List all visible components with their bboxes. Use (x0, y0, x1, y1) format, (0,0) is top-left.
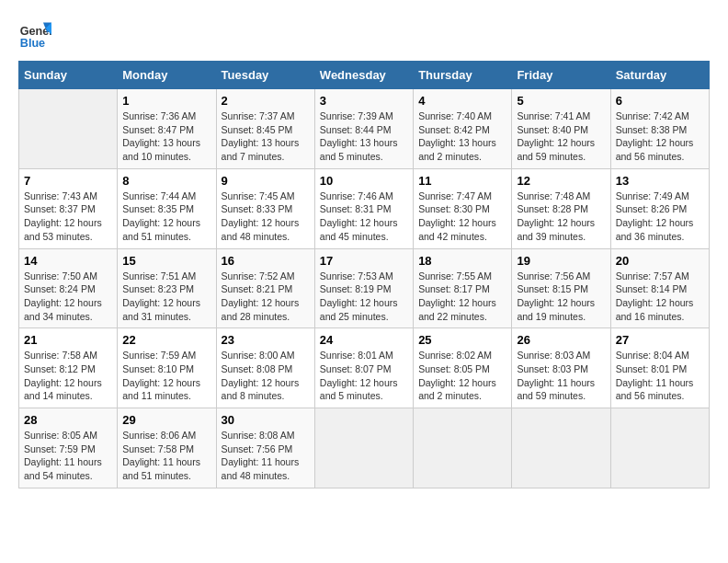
calendar-cell: 29Sunrise: 8:06 AM Sunset: 7:58 PM Dayli… (118, 408, 216, 488)
header-day-sunday: Sunday (19, 62, 118, 89)
day-info: Sunrise: 8:01 AM Sunset: 8:07 PM Dayligh… (320, 349, 408, 403)
day-info: Sunrise: 8:06 AM Sunset: 7:58 PM Dayligh… (122, 429, 210, 483)
calendar-cell: 21Sunrise: 7:58 AM Sunset: 8:12 PM Dayli… (19, 328, 118, 408)
day-number: 25 (418, 333, 506, 347)
day-number: 2 (222, 94, 310, 108)
day-number: 12 (517, 174, 605, 188)
calendar-cell (610, 408, 709, 488)
calendar-cell: 20Sunrise: 7:57 AM Sunset: 8:14 PM Dayli… (610, 248, 709, 328)
calendar-cell: 28Sunrise: 8:05 AM Sunset: 7:59 PM Dayli… (19, 408, 118, 488)
header-day-monday: Monday (118, 62, 216, 89)
day-number: 3 (320, 94, 408, 108)
day-info: Sunrise: 7:37 AM Sunset: 8:45 PM Dayligh… (222, 109, 310, 164)
calendar-cell: 23Sunrise: 8:00 AM Sunset: 8:08 PM Dayli… (216, 328, 314, 408)
day-info: Sunrise: 7:36 AM Sunset: 8:47 PM Dayligh… (122, 109, 210, 164)
calendar-cell: 12Sunrise: 7:48 AM Sunset: 8:28 PM Dayli… (512, 168, 610, 248)
calendar-cell: 6Sunrise: 7:42 AM Sunset: 8:38 PM Daylig… (610, 89, 709, 169)
day-info: Sunrise: 7:41 AM Sunset: 8:40 PM Dayligh… (517, 109, 605, 164)
calendar-cell: 4Sunrise: 7:40 AM Sunset: 8:42 PM Daylig… (414, 89, 512, 169)
day-info: Sunrise: 7:40 AM Sunset: 8:42 PM Dayligh… (418, 109, 506, 164)
logo-icon: General Blue (18, 18, 51, 52)
day-number: 30 (222, 413, 310, 427)
day-number: 22 (122, 333, 210, 347)
calendar-cell (314, 408, 413, 488)
day-info: Sunrise: 8:05 AM Sunset: 7:59 PM Dayligh… (24, 429, 112, 483)
page-header: General Blue (18, 18, 710, 52)
header-day-thursday: Thursday (414, 62, 512, 89)
day-info: Sunrise: 7:44 AM Sunset: 8:35 PM Dayligh… (122, 190, 210, 244)
day-number: 17 (320, 254, 408, 268)
day-number: 4 (418, 94, 506, 108)
day-number: 26 (517, 333, 605, 347)
calendar-cell: 26Sunrise: 8:03 AM Sunset: 8:03 PM Dayli… (512, 328, 610, 408)
calendar-week-3: 14Sunrise: 7:50 AM Sunset: 8:24 PM Dayli… (19, 248, 710, 328)
calendar-cell: 3Sunrise: 7:39 AM Sunset: 8:44 PM Daylig… (314, 89, 413, 169)
day-number: 16 (222, 254, 310, 268)
day-info: Sunrise: 7:42 AM Sunset: 8:38 PM Dayligh… (616, 109, 704, 164)
calendar-header: SundayMondayTuesdayWednesdayThursdayFrid… (19, 62, 710, 89)
day-number: 24 (320, 333, 408, 347)
calendar-week-1: 1Sunrise: 7:36 AM Sunset: 8:47 PM Daylig… (19, 89, 710, 169)
day-number: 27 (616, 333, 704, 347)
calendar-cell: 10Sunrise: 7:46 AM Sunset: 8:31 PM Dayli… (314, 168, 413, 248)
day-info: Sunrise: 7:45 AM Sunset: 8:33 PM Dayligh… (222, 190, 310, 244)
day-info: Sunrise: 8:03 AM Sunset: 8:03 PM Dayligh… (517, 349, 605, 403)
calendar-cell: 30Sunrise: 8:08 AM Sunset: 7:56 PM Dayli… (216, 408, 314, 488)
day-info: Sunrise: 7:39 AM Sunset: 8:44 PM Dayligh… (320, 109, 408, 164)
day-number: 9 (222, 174, 310, 188)
calendar-cell: 15Sunrise: 7:51 AM Sunset: 8:23 PM Dayli… (118, 248, 216, 328)
day-info: Sunrise: 8:00 AM Sunset: 8:08 PM Dayligh… (222, 349, 310, 403)
day-info: Sunrise: 8:08 AM Sunset: 7:56 PM Dayligh… (222, 429, 310, 483)
day-info: Sunrise: 7:50 AM Sunset: 8:24 PM Dayligh… (24, 270, 112, 324)
day-info: Sunrise: 7:48 AM Sunset: 8:28 PM Dayligh… (517, 190, 605, 244)
day-info: Sunrise: 7:57 AM Sunset: 8:14 PM Dayligh… (616, 270, 704, 324)
calendar-cell: 8Sunrise: 7:44 AM Sunset: 8:35 PM Daylig… (118, 168, 216, 248)
calendar-cell: 14Sunrise: 7:50 AM Sunset: 8:24 PM Dayli… (19, 248, 118, 328)
day-number: 1 (122, 94, 210, 108)
day-info: Sunrise: 7:46 AM Sunset: 8:31 PM Dayligh… (320, 190, 408, 244)
day-number: 10 (320, 174, 408, 188)
calendar-cell: 9Sunrise: 7:45 AM Sunset: 8:33 PM Daylig… (216, 168, 314, 248)
calendar-cell: 19Sunrise: 7:56 AM Sunset: 8:15 PM Dayli… (512, 248, 610, 328)
day-info: Sunrise: 7:49 AM Sunset: 8:26 PM Dayligh… (616, 190, 704, 244)
logo: General Blue (18, 18, 51, 52)
day-number: 23 (222, 333, 310, 347)
header-day-tuesday: Tuesday (216, 62, 314, 89)
day-number: 20 (616, 254, 704, 268)
calendar-cell: 17Sunrise: 7:53 AM Sunset: 8:19 PM Dayli… (314, 248, 413, 328)
day-info: Sunrise: 7:58 AM Sunset: 8:12 PM Dayligh… (24, 349, 112, 403)
calendar-week-4: 21Sunrise: 7:58 AM Sunset: 8:12 PM Dayli… (19, 328, 710, 408)
calendar-cell: 25Sunrise: 8:02 AM Sunset: 8:05 PM Dayli… (414, 328, 512, 408)
day-info: Sunrise: 7:52 AM Sunset: 8:21 PM Dayligh… (222, 270, 310, 324)
day-number: 6 (616, 94, 704, 108)
day-number: 19 (517, 254, 605, 268)
calendar-cell: 16Sunrise: 7:52 AM Sunset: 8:21 PM Dayli… (216, 248, 314, 328)
day-number: 28 (24, 413, 112, 427)
calendar-body: 1Sunrise: 7:36 AM Sunset: 8:47 PM Daylig… (19, 89, 710, 488)
calendar-cell: 27Sunrise: 8:04 AM Sunset: 8:01 PM Dayli… (610, 328, 709, 408)
day-number: 13 (616, 174, 704, 188)
day-number: 14 (24, 254, 112, 268)
day-number: 21 (24, 333, 112, 347)
header-day-wednesday: Wednesday (314, 62, 413, 89)
calendar-week-2: 7Sunrise: 7:43 AM Sunset: 8:37 PM Daylig… (19, 168, 710, 248)
day-info: Sunrise: 7:53 AM Sunset: 8:19 PM Dayligh… (320, 270, 408, 324)
calendar-cell: 11Sunrise: 7:47 AM Sunset: 8:30 PM Dayli… (414, 168, 512, 248)
calendar-cell: 18Sunrise: 7:55 AM Sunset: 8:17 PM Dayli… (414, 248, 512, 328)
calendar-cell (19, 89, 118, 169)
calendar-cell (414, 408, 512, 488)
day-number: 29 (122, 413, 210, 427)
day-number: 8 (122, 174, 210, 188)
svg-text:Blue: Blue (20, 37, 45, 50)
calendar-week-5: 28Sunrise: 8:05 AM Sunset: 7:59 PM Dayli… (19, 408, 710, 488)
day-info: Sunrise: 7:43 AM Sunset: 8:37 PM Dayligh… (24, 190, 112, 244)
calendar-cell: 2Sunrise: 7:37 AM Sunset: 8:45 PM Daylig… (216, 89, 314, 169)
day-number: 7 (24, 174, 112, 188)
day-info: Sunrise: 7:59 AM Sunset: 8:10 PM Dayligh… (122, 349, 210, 403)
day-number: 5 (517, 94, 605, 108)
day-info: Sunrise: 7:47 AM Sunset: 8:30 PM Dayligh… (418, 190, 506, 244)
calendar-cell: 1Sunrise: 7:36 AM Sunset: 8:47 PM Daylig… (118, 89, 216, 169)
header-day-saturday: Saturday (610, 62, 709, 89)
header-row: SundayMondayTuesdayWednesdayThursdayFrid… (19, 62, 710, 89)
calendar-table: SundayMondayTuesdayWednesdayThursdayFrid… (18, 61, 710, 488)
